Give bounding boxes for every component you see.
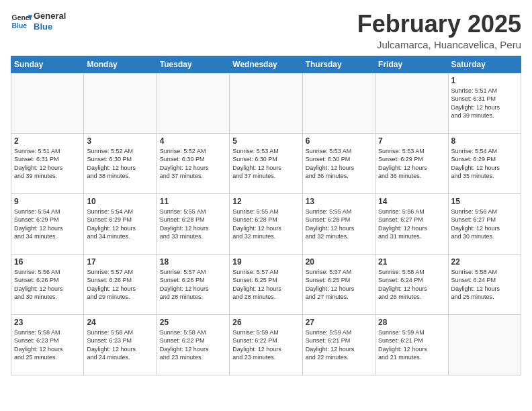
day-cell: 2Sunrise: 5:51 AM Sunset: 6:31 PM Daylig… [11,133,84,193]
col-header-thursday: Thursday [302,56,375,73]
col-header-sunday: Sunday [11,56,84,73]
day-number: 20 [306,257,372,267]
day-cell: 13Sunrise: 5:55 AM Sunset: 6:28 PM Dayli… [302,193,375,254]
day-info: Sunrise: 5:55 AM Sunset: 6:28 PM Dayligh… [232,208,299,241]
day-cell: 18Sunrise: 5:57 AM Sunset: 6:26 PM Dayli… [157,254,229,314]
logo-general: General [34,11,66,21]
day-cell: 4Sunrise: 5:52 AM Sunset: 6:30 PM Daylig… [157,133,229,193]
col-header-saturday: Saturday [448,56,521,73]
day-number: 12 [232,197,299,206]
day-info: Sunrise: 5:51 AM Sunset: 6:31 PM Dayligh… [14,147,81,181]
day-info: Sunrise: 5:55 AM Sunset: 6:28 PM Dayligh… [306,208,372,241]
svg-text:Blue: Blue [12,22,28,30]
day-number: 21 [378,257,445,267]
day-info: Sunrise: 5:58 AM Sunset: 6:22 PM Dayligh… [160,328,226,362]
day-info: Sunrise: 5:57 AM Sunset: 6:26 PM Dayligh… [160,268,226,302]
day-number: 27 [306,318,372,327]
week-row-5: 23Sunrise: 5:58 AM Sunset: 6:23 PM Dayli… [11,314,521,375]
day-cell: 6Sunrise: 5:53 AM Sunset: 6:30 PM Daylig… [302,133,375,193]
day-cell: 16Sunrise: 5:56 AM Sunset: 6:26 PM Dayli… [11,254,84,314]
day-number: 22 [451,257,518,267]
day-cell [230,73,302,133]
day-cell: 8Sunrise: 5:54 AM Sunset: 6:29 PM Daylig… [448,133,521,193]
day-cell: 17Sunrise: 5:57 AM Sunset: 6:26 PM Dayli… [84,254,157,314]
col-header-wednesday: Wednesday [230,56,302,73]
day-cell: 19Sunrise: 5:57 AM Sunset: 6:25 PM Dayli… [230,254,302,314]
day-info: Sunrise: 5:55 AM Sunset: 6:28 PM Dayligh… [160,208,226,241]
day-info: Sunrise: 5:54 AM Sunset: 6:29 PM Dayligh… [14,208,81,241]
day-number: 19 [232,257,299,267]
day-number: 10 [87,197,153,206]
day-info: Sunrise: 5:58 AM Sunset: 6:24 PM Dayligh… [378,268,445,302]
day-info: Sunrise: 5:59 AM Sunset: 6:22 PM Dayligh… [232,328,299,362]
calendar-title: February 2025 [357,11,521,38]
day-number: 24 [87,318,153,327]
day-cell: 11Sunrise: 5:55 AM Sunset: 6:28 PM Dayli… [157,193,229,254]
day-info: Sunrise: 5:56 AM Sunset: 6:26 PM Dayligh… [14,268,81,302]
day-info: Sunrise: 5:56 AM Sunset: 6:27 PM Dayligh… [378,208,445,241]
day-number: 14 [378,197,445,206]
week-row-4: 16Sunrise: 5:56 AM Sunset: 6:26 PM Dayli… [11,254,521,314]
day-info: Sunrise: 5:58 AM Sunset: 6:23 PM Dayligh… [87,328,153,362]
day-number: 23 [14,318,81,327]
day-cell: 9Sunrise: 5:54 AM Sunset: 6:29 PM Daylig… [11,193,84,254]
day-number: 16 [14,257,81,267]
logo: General Blue General Blue [11,11,66,32]
day-info: Sunrise: 5:59 AM Sunset: 6:21 PM Dayligh… [306,328,372,362]
week-row-3: 9Sunrise: 5:54 AM Sunset: 6:29 PM Daylig… [11,193,521,254]
day-cell: 23Sunrise: 5:58 AM Sunset: 6:23 PM Dayli… [11,314,84,375]
day-cell: 15Sunrise: 5:56 AM Sunset: 6:27 PM Dayli… [448,193,521,254]
day-cell: 1Sunrise: 5:51 AM Sunset: 6:31 PM Daylig… [448,73,521,133]
day-number: 17 [87,257,153,267]
week-row-2: 2Sunrise: 5:51 AM Sunset: 6:31 PM Daylig… [11,133,521,193]
day-number: 8 [451,136,518,146]
day-cell: 3Sunrise: 5:52 AM Sunset: 6:30 PM Daylig… [84,133,157,193]
day-number: 26 [232,318,299,327]
day-number: 7 [378,136,445,146]
day-cell: 10Sunrise: 5:54 AM Sunset: 6:29 PM Dayli… [84,193,157,254]
day-number: 9 [14,197,81,206]
day-info: Sunrise: 5:57 AM Sunset: 6:25 PM Dayligh… [232,268,299,302]
day-number: 13 [306,197,372,206]
day-number: 1 [451,76,518,85]
day-info: Sunrise: 5:53 AM Sunset: 6:30 PM Dayligh… [306,147,372,181]
day-cell: 5Sunrise: 5:53 AM Sunset: 6:30 PM Daylig… [230,133,302,193]
day-info: Sunrise: 5:56 AM Sunset: 6:27 PM Dayligh… [451,208,518,241]
day-number: 3 [87,136,153,146]
day-cell: 25Sunrise: 5:58 AM Sunset: 6:22 PM Dayli… [157,314,229,375]
day-info: Sunrise: 5:57 AM Sunset: 6:26 PM Dayligh… [87,268,153,302]
day-cell: 20Sunrise: 5:57 AM Sunset: 6:25 PM Dayli… [302,254,375,314]
day-info: Sunrise: 5:58 AM Sunset: 6:23 PM Dayligh… [14,328,81,362]
col-header-tuesday: Tuesday [157,56,229,73]
week-row-1: 1Sunrise: 5:51 AM Sunset: 6:31 PM Daylig… [11,73,521,133]
day-cell: 28Sunrise: 5:59 AM Sunset: 6:21 PM Dayli… [375,314,448,375]
day-number: 15 [451,197,518,206]
title-block: February 2025 Julcamarca, Huancavelica, … [357,11,521,50]
day-cell: 26Sunrise: 5:59 AM Sunset: 6:22 PM Dayli… [230,314,302,375]
day-info: Sunrise: 5:57 AM Sunset: 6:25 PM Dayligh… [306,268,372,302]
day-info: Sunrise: 5:58 AM Sunset: 6:24 PM Dayligh… [451,268,518,302]
day-info: Sunrise: 5:51 AM Sunset: 6:31 PM Dayligh… [451,87,518,120]
header-row: SundayMondayTuesdayWednesdayThursdayFrid… [11,56,521,73]
day-info: Sunrise: 5:54 AM Sunset: 6:29 PM Dayligh… [87,208,153,241]
day-number: 2 [14,136,81,146]
day-cell [11,73,84,133]
col-header-friday: Friday [375,56,448,73]
col-header-monday: Monday [84,56,157,73]
calendar-subtitle: Julcamarca, Huancavelica, Peru [357,39,521,50]
day-cell: 27Sunrise: 5:59 AM Sunset: 6:21 PM Dayli… [302,314,375,375]
day-cell: 14Sunrise: 5:56 AM Sunset: 6:27 PM Dayli… [375,193,448,254]
logo-icon: General Blue [11,11,32,32]
day-cell [157,73,229,133]
day-cell: 12Sunrise: 5:55 AM Sunset: 6:28 PM Dayli… [230,193,302,254]
day-cell: 24Sunrise: 5:58 AM Sunset: 6:23 PM Dayli… [84,314,157,375]
day-cell [302,73,375,133]
header: General Blue General Blue February 2025 … [11,11,521,50]
day-number: 11 [160,197,226,206]
day-cell [448,314,521,375]
day-info: Sunrise: 5:53 AM Sunset: 6:29 PM Dayligh… [378,147,445,181]
calendar-table: SundayMondayTuesdayWednesdayThursdayFrid… [11,56,521,375]
day-cell: 7Sunrise: 5:53 AM Sunset: 6:29 PM Daylig… [375,133,448,193]
day-info: Sunrise: 5:53 AM Sunset: 6:30 PM Dayligh… [232,147,299,181]
day-cell [84,73,157,133]
